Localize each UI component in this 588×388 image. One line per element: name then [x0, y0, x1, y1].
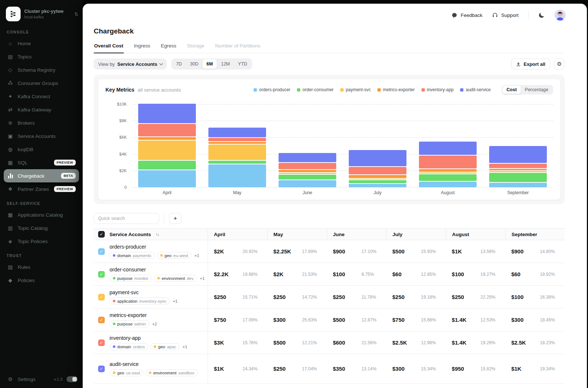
bar-segment-april-metrics-exporter: [138, 137, 196, 140]
range-ytd[interactable]: YTD: [234, 59, 251, 69]
sidebar-item-topic-catalog[interactable]: ▥Topic Catalog: [4, 221, 79, 235]
range-12m[interactable]: 12M: [217, 59, 234, 69]
legend-item-audit-service[interactable]: audit-service: [460, 87, 491, 92]
tab-overall-cost[interactable]: Overall Cost: [94, 43, 124, 53]
account-name: order-consumer: [110, 267, 205, 273]
sidebar-item-label: Kafka Gateway: [18, 107, 76, 113]
sidebar-item-label: Topics: [18, 54, 76, 60]
cost-percentage: 17.69%: [302, 249, 317, 254]
view-by-dropdown[interactable]: View by Service Accounts: [94, 58, 167, 70]
sidebar-item-kafka-connect[interactable]: ✦Kafka Connect: [4, 90, 79, 103]
cost-percentage: 21.56%: [362, 340, 377, 345]
sidebar-item-partner-zones[interactable]: ❖Partner ZonesPREVIEW: [4, 182, 79, 196]
legend-item-orders-producer[interactable]: orders-producer: [254, 87, 290, 92]
sidebar-item-sql[interactable]: ▦SQLPREVIEW: [4, 156, 79, 169]
sidebar-item-home[interactable]: ⌂Home: [4, 37, 79, 50]
cost-percentage: 13.56%: [480, 249, 495, 254]
stacked-bar-june: [279, 153, 336, 187]
sidebar-item-consumer-groups[interactable]: ⁂Consumer Groups: [4, 76, 79, 90]
cost-cell: $60021.56%: [327, 331, 387, 354]
nav-section-label: Self-Service: [4, 196, 79, 208]
support-button[interactable]: Support: [492, 12, 519, 18]
range-7d[interactable]: 7D: [172, 59, 186, 69]
row-checkbox[interactable]: ✓: [98, 248, 105, 255]
sidebar-item-chargeback[interactable]: ChargebackBETA: [4, 169, 79, 182]
row-checkbox[interactable]: ✓: [98, 366, 105, 372]
sidebar-item-label: Service Accounts: [18, 134, 76, 139]
legend-item-order-consumer[interactable]: order-consumer: [297, 87, 334, 92]
row-checkbox[interactable]: ✓: [98, 317, 105, 323]
dark-mode-toggle[interactable]: [538, 12, 545, 19]
consumer-groups-icon: ⁂: [7, 81, 14, 86]
cost-percentage: 12.21%: [302, 340, 317, 345]
account-cell: ✓orders-producerdomainpaymentsgeoeu-west…: [94, 244, 208, 259]
tab-egress[interactable]: Egress: [161, 43, 177, 53]
cluster-switch-icon[interactable]: ⇅: [74, 11, 78, 17]
sidebar-item-service-accounts[interactable]: ▣Service Accounts: [4, 129, 79, 143]
column-header-may: May: [267, 229, 327, 240]
y-axis-label: $10K: [117, 102, 127, 106]
topbar-divider: [528, 11, 528, 19]
legend-item-inventory-app[interactable]: inventory-app: [422, 87, 454, 92]
key-metrics-subtitle: all service accounts: [138, 87, 181, 93]
mode-percentage[interactable]: Percentage: [521, 86, 552, 94]
x-axis-label: June: [272, 190, 343, 195]
sidebar-item-topic-policies[interactable]: ◈Topic Policies: [4, 235, 79, 248]
range-6m[interactable]: 6M: [202, 59, 217, 69]
sidebar-item-policies[interactable]: ◆Policies: [4, 274, 79, 287]
add-filter-button[interactable]: +: [169, 213, 182, 224]
select-all-checkbox[interactable]: ✓: [98, 231, 105, 238]
sidebar-item-schema-registry[interactable]: ◇Schema Registry: [4, 63, 79, 76]
y-axis-label: 0: [125, 185, 127, 189]
row-checkbox[interactable]: ✓: [98, 294, 105, 300]
schema-registry-icon: ◇: [7, 67, 14, 72]
sidebar-item-brokers[interactable]: ⊚Brokers: [4, 116, 79, 129]
sidebar-item-applications-catalog[interactable]: ▦Applications Catalog: [4, 208, 79, 221]
sidebar-item-rules[interactable]: ▧Rules: [4, 260, 79, 274]
stacked-bar-july: [349, 150, 406, 187]
sidebar: Cluster pkc-yytwe local-kafka ⇅ Console⌂…: [0, 0, 83, 388]
applications-catalog-icon: ▦: [7, 212, 14, 217]
sidebar-item-ksqldb[interactable]: ◍ksqlDB: [4, 143, 79, 156]
cluster-switcher[interactable]: Cluster pkc-yytwe local-kafka ⇅: [0, 5, 83, 23]
tab-ingress[interactable]: Ingress: [134, 43, 151, 53]
sidebar-item-settings[interactable]: Settings: [18, 377, 36, 382]
cost-cell: $25014.72%: [268, 286, 327, 308]
tag-value: us-east: [126, 371, 140, 375]
feedback-button[interactable]: Feedback: [452, 13, 482, 18]
cost-cell: $3K15.76%: [208, 331, 268, 354]
tag-pill: purposemonitor: [110, 275, 152, 282]
more-tags-count: +2: [152, 322, 157, 326]
range-30d[interactable]: 30D: [186, 59, 202, 69]
row-checkbox[interactable]: ✓: [98, 271, 105, 278]
cost-value: $2.5K: [511, 339, 540, 346]
tag-key: environment: [153, 371, 176, 375]
mode-cost[interactable]: Cost: [502, 86, 521, 94]
beta-badge: BETA: [61, 173, 76, 179]
legend-item-metrics-exporter[interactable]: metrics-exporter: [377, 87, 415, 92]
sidebar-item-label: Topic Catalog: [18, 225, 76, 231]
tag-dot: [113, 371, 115, 374]
search-input[interactable]: [94, 213, 159, 224]
export-all-button[interactable]: Export all: [511, 58, 550, 70]
sidebar-item-kafka-gateway[interactable]: ⇄Kafka Gateway: [4, 103, 79, 116]
theme-toggle[interactable]: [67, 376, 78, 382]
bar-segment-august-audit-service: [419, 142, 477, 155]
bar-slot-august: [413, 104, 483, 187]
bar-segment-july-metrics-exporter: [349, 175, 406, 178]
bar-segment-september-audit-service: [489, 146, 547, 163]
sidebar-item-label: Kafka Connect: [18, 94, 76, 99]
row-checkbox[interactable]: ✓: [98, 339, 105, 346]
sidebar-item-topics[interactable]: ▤Topics: [4, 50, 79, 63]
tag-dot: [113, 345, 115, 348]
cost-cell: $75015.66%: [386, 309, 446, 331]
cost-value: $250: [333, 294, 362, 300]
tag-row: geous-eastenvironmentsandbox: [110, 369, 198, 376]
topics-icon: ▤: [7, 54, 14, 59]
cost-percentage: 15.82%: [480, 366, 495, 371]
sort-icon[interactable]: ↑↓: [156, 232, 159, 236]
user-avatar[interactable]: [555, 10, 566, 21]
account-cell: ✓order-consumerpurposemonitorenvironment…: [94, 267, 208, 282]
legend-item-payment-svc[interactable]: payment-svc: [340, 87, 371, 92]
chart-settings-button[interactable]: ⚙: [554, 58, 565, 70]
